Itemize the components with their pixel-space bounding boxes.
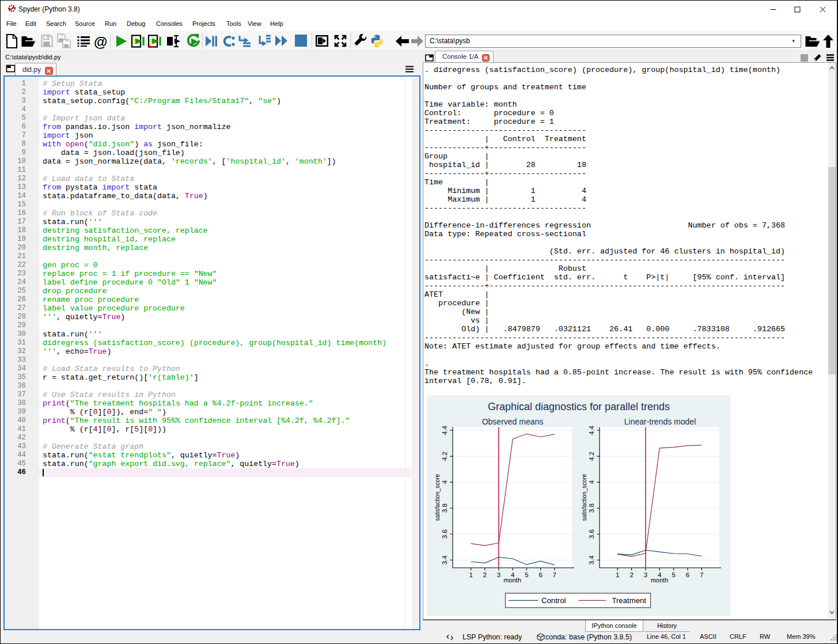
svg-text:4: 4 xyxy=(441,480,448,484)
svg-text:3: 3 xyxy=(644,571,647,578)
svg-text:2: 2 xyxy=(630,571,633,578)
svg-text:4: 4 xyxy=(588,480,595,484)
svg-text:2: 2 xyxy=(483,571,487,578)
svg-text:month: month xyxy=(503,577,521,584)
svg-text:3.6: 3.6 xyxy=(441,529,448,539)
svg-text:6: 6 xyxy=(686,571,689,578)
svg-text:3.8: 3.8 xyxy=(588,503,595,513)
svg-text:7: 7 xyxy=(553,571,556,578)
svg-text:3.4: 3.4 xyxy=(588,555,595,565)
svg-text:4.4: 4.4 xyxy=(588,425,595,435)
svg-text:4.4: 4.4 xyxy=(441,425,448,435)
svg-text:7: 7 xyxy=(700,571,703,578)
svg-text:3.4: 3.4 xyxy=(441,555,448,565)
svg-text:3: 3 xyxy=(497,571,500,578)
svg-text:4.2: 4.2 xyxy=(441,452,448,461)
svg-text:5: 5 xyxy=(525,571,528,578)
svg-text:1: 1 xyxy=(469,571,472,578)
svg-text:3.8: 3.8 xyxy=(441,503,448,513)
svg-text:Observed means: Observed means xyxy=(482,417,544,426)
svg-text:satisfaction_score: satisfaction_score xyxy=(434,473,441,521)
svg-text:6: 6 xyxy=(539,571,542,578)
svg-text:Treatment: Treatment xyxy=(612,596,646,605)
svg-text:3.6: 3.6 xyxy=(588,529,595,539)
svg-text:satisfaction_score: satisfaction_score xyxy=(581,473,587,521)
svg-text:month: month xyxy=(651,577,669,584)
svg-text:5: 5 xyxy=(672,571,675,578)
svg-text:4.2: 4.2 xyxy=(588,452,595,461)
svg-text:1: 1 xyxy=(616,571,619,578)
svg-text:Control: Control xyxy=(541,596,566,605)
svg-text:Graphical diagnostics for para: Graphical diagnostics for parallel trend… xyxy=(488,401,670,412)
svg-text:Linear-trends model: Linear-trends model xyxy=(624,417,696,426)
